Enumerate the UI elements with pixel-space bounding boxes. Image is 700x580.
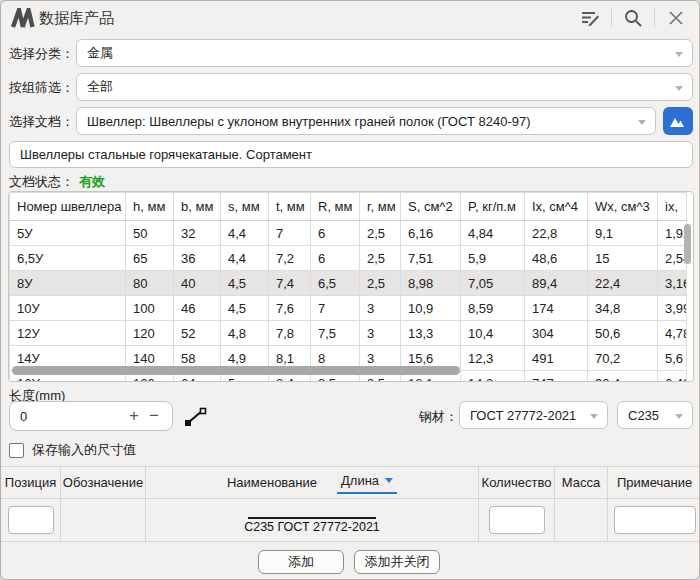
spec-table-cell[interactable]: 7 [269, 221, 311, 246]
spec-table-row[interactable]: 5У50324,4762,56,164,8422,89,11,92 [10, 221, 687, 246]
spec-table-cell[interactable]: 8У [10, 271, 126, 296]
spec-table-cell[interactable]: 4,4 [221, 221, 269, 246]
spec-table-cell[interactable]: 3,16 [658, 271, 687, 296]
increment-button[interactable]: + [124, 406, 144, 426]
group-filter-select[interactable]: 全部 [76, 73, 693, 101]
measure-length-button[interactable] [184, 407, 208, 427]
spec-table-cell[interactable]: 93,4 [588, 371, 658, 383]
spec-table-cell[interactable]: 6 [311, 221, 360, 246]
spec-table-cell[interactable]: 7,8 [269, 321, 311, 346]
spec-table-cell[interactable]: 2,5 [360, 271, 401, 296]
note-input[interactable] [614, 506, 696, 534]
spec-table-cell[interactable]: 10,9 [401, 296, 461, 321]
spec-table-cell[interactable]: 22,8 [525, 221, 588, 246]
edit-list-icon[interactable] [579, 7, 601, 29]
add-button[interactable]: 添加 [258, 550, 344, 574]
spec-table-cell[interactable]: 8,98 [401, 271, 461, 296]
spec-table-cell[interactable]: 22,4 [588, 271, 658, 296]
spec-column-header[interactable]: P, кг/п.м [461, 193, 525, 221]
spec-table-cell[interactable]: 6,5У [10, 246, 126, 271]
spec-table-cell[interactable]: 70,2 [588, 346, 658, 371]
spec-table-cell[interactable]: 4,78 [658, 321, 687, 346]
spec-column-header[interactable]: R, мм [311, 193, 360, 221]
document-select[interactable]: Швеллер: Швеллеры с уклоном внутренних г… [76, 107, 656, 135]
spec-table-cell[interactable]: 10У [10, 296, 126, 321]
quantity-input[interactable] [489, 506, 545, 534]
spec-table-row[interactable]: 10У100464,57,67310,98,5917434,83,99 [10, 296, 687, 321]
spec-table-cell[interactable]: 4,8 [221, 321, 269, 346]
spec-table-cell[interactable]: 7,5 [311, 321, 360, 346]
length-sort-dropdown[interactable]: Длина [337, 471, 397, 494]
spec-column-header[interactable]: t, мм [269, 193, 311, 221]
category-select[interactable]: 金属 [76, 39, 693, 67]
spec-table-row[interactable]: 12У120524,87,87,5313,310,430450,64,78 [10, 321, 687, 346]
spec-column-header[interactable]: S, см^2 [401, 193, 461, 221]
spec-table-cell[interactable]: 14,2 [461, 371, 525, 383]
spec-table-cell[interactable]: 46 [174, 296, 221, 321]
spec-table-cell[interactable]: 4,4 [221, 246, 269, 271]
spec-table-cell[interactable]: 4,84 [461, 221, 525, 246]
spec-table-cell[interactable]: 5,6 [658, 346, 687, 371]
spec-table-cell[interactable]: 491 [525, 346, 588, 371]
spec-table-cell[interactable]: 6,42 [658, 371, 687, 383]
spec-table-cell[interactable]: 2,54 [658, 246, 687, 271]
spec-table-cell[interactable]: 6 [311, 246, 360, 271]
preview-image-button[interactable] [663, 107, 693, 135]
spec-table-cell[interactable]: 6,5 [311, 271, 360, 296]
spec-table-cell[interactable]: 13,3 [401, 321, 461, 346]
spec-table-cell[interactable]: 7,05 [461, 271, 525, 296]
spec-table-cell[interactable]: 48,6 [525, 246, 588, 271]
spec-table-cell[interactable]: 9,1 [588, 221, 658, 246]
spec-table-cell[interactable]: 747 [525, 371, 588, 383]
spec-table-cell[interactable]: 50 [126, 221, 174, 246]
spec-table-cell[interactable]: 15 [588, 246, 658, 271]
spec-table-cell[interactable]: 4,5 [221, 296, 269, 321]
save-dimensions-checkbox[interactable] [9, 443, 24, 458]
spec-column-header[interactable]: ix, [658, 193, 687, 221]
spec-table-row[interactable]: 6,5У65364,47,262,57,515,948,6152,54 [10, 246, 687, 271]
spec-table-cell[interactable]: 2,5 [360, 221, 401, 246]
spec-table-cell[interactable]: 12У [10, 321, 126, 346]
spec-table-cell[interactable]: 80 [126, 271, 174, 296]
document-description-field[interactable]: Швеллеры стальные горячекатаные. Сортаме… [9, 141, 693, 168]
steel-standard-select[interactable]: ГОСТ 27772-2021 [459, 401, 608, 429]
spec-table-cell[interactable]: 65 [126, 246, 174, 271]
spec-table-cell[interactable]: 89,4 [525, 271, 588, 296]
length-input[interactable]: 0 + − [9, 401, 173, 431]
spec-column-header[interactable]: Wx, см^3 [588, 193, 658, 221]
spec-table-cell[interactable]: 7,2 [269, 246, 311, 271]
add-and-close-button[interactable]: 添加并关闭 [354, 550, 440, 574]
spec-table-cell[interactable]: 3 [360, 321, 401, 346]
horizontal-scrollbar[interactable] [12, 366, 460, 375]
spec-table-cell[interactable]: 174 [525, 296, 588, 321]
spec-table-cell[interactable]: 6,16 [401, 221, 461, 246]
spec-table-cell[interactable]: 100 [126, 296, 174, 321]
spec-table-cell[interactable]: 52 [174, 321, 221, 346]
decrement-button[interactable]: − [144, 406, 164, 426]
spec-column-header[interactable]: Ix, см^4 [525, 193, 588, 221]
vertical-scrollbar[interactable] [684, 224, 691, 264]
spec-table-cell[interactable]: 5,9 [461, 246, 525, 271]
spec-column-header[interactable]: s, мм [221, 193, 269, 221]
spec-table-cell[interactable]: 8,59 [461, 296, 525, 321]
spec-table-cell[interactable]: 304 [525, 321, 588, 346]
spec-table-cell[interactable]: 3,99 [658, 296, 687, 321]
spec-column-header[interactable]: r, мм [360, 193, 401, 221]
spec-column-header[interactable]: Номер швеллера [10, 193, 126, 221]
spec-table-cell[interactable]: 10,4 [461, 321, 525, 346]
spec-table-cell[interactable]: 120 [126, 321, 174, 346]
close-icon[interactable] [665, 7, 687, 29]
spec-table-cell[interactable]: 7 [311, 296, 360, 321]
spec-table-cell[interactable]: 50,6 [588, 321, 658, 346]
spec-table-cell[interactable]: 2,5 [360, 246, 401, 271]
position-input[interactable] [8, 506, 54, 534]
spec-table-cell[interactable]: 7,6 [269, 296, 311, 321]
spec-column-header[interactable]: b, мм [174, 193, 221, 221]
spec-table-cell[interactable]: 3 [360, 296, 401, 321]
spec-table-cell[interactable]: 7,4 [269, 271, 311, 296]
steel-grade-select[interactable]: С235 [617, 401, 693, 429]
spec-table-cell[interactable]: 4,5 [221, 271, 269, 296]
spec-table-cell[interactable]: 36 [174, 246, 221, 271]
spec-table-cell[interactable]: 40 [174, 271, 221, 296]
spec-table-cell[interactable]: 32 [174, 221, 221, 246]
